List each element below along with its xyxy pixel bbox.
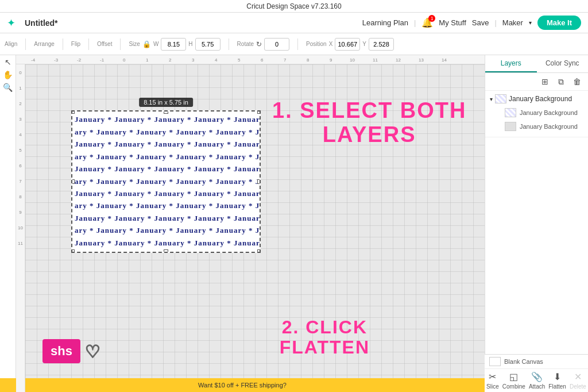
blank-canvas-swatch: [489, 357, 501, 366]
width-label: W: [153, 41, 158, 47]
add-layer-icon[interactable]: ⊞: [539, 75, 551, 88]
shs-badge: shs: [42, 339, 80, 363]
combine-label: Combine: [502, 383, 525, 390]
notification-icon[interactable]: 🔔 1: [421, 17, 433, 28]
size-tooltip: 8.15 in x 5.75 in: [139, 98, 193, 107]
position-group: Position X Y: [306, 38, 394, 51]
handle-bottom-left[interactable]: [71, 249, 75, 253]
toolbar-label-offset: Offset: [97, 41, 113, 47]
make-it-button[interactable]: Make It: [537, 16, 581, 30]
handle-bottom-middle[interactable]: [164, 249, 168, 253]
heart-icon: ♡: [85, 341, 100, 362]
layer-item-2-label: January Background: [520, 123, 578, 130]
layer-item-1-label: January Background: [520, 109, 578, 116]
position-x-input[interactable]: [335, 38, 360, 51]
handle-middle-right[interactable]: [257, 179, 261, 184]
tool-pan[interactable]: ✋: [3, 70, 13, 79]
handle-top-left[interactable]: [71, 110, 75, 114]
layer-group-label: January Background: [509, 95, 572, 103]
bottom-actions: ✂ Slice ◱ Combine 📎 Attach ⬇ Flatten ✕: [485, 368, 588, 392]
nav-divider-1: |: [414, 18, 416, 27]
my-stuff-link[interactable]: My Stuff: [439, 18, 466, 27]
position-y-input[interactable]: [369, 38, 394, 51]
promo-text: Want $10 off + FREE shipping?: [198, 382, 287, 389]
handle-top-right[interactable]: [257, 110, 261, 114]
delete-label: Delete: [570, 383, 586, 390]
layer-item-2[interactable]: January Background: [490, 120, 583, 133]
lock-icon[interactable]: 🔒: [142, 40, 151, 48]
attach-label: Attach: [529, 383, 545, 390]
delete-layer-icon[interactable]: 🗑: [571, 75, 583, 88]
title-bar: Cricut Design Space v7.23.160: [0, 0, 588, 13]
handle-bottom-right[interactable]: [257, 249, 261, 253]
canvas-grid[interactable]: 8.15 in x 5.75 in January * January * Ja…: [25, 64, 485, 392]
rotate-input[interactable]: [264, 38, 289, 51]
canvas-object-container: 8.15 in x 5.75 in January * January * Ja…: [71, 110, 261, 253]
toolbar: Align Arrange Flip Offset Size 🔒 W H Rot…: [0, 33, 588, 55]
january-row: ary * January * January * January * Janu…: [75, 226, 257, 236]
rotate-icon: ↻: [256, 40, 262, 48]
toolbar-label-flip: Flip: [71, 41, 80, 47]
chevron-down-icon: ▾: [490, 96, 493, 102]
promo-bar[interactable]: Want $10 off + FREE shipping?: [0, 378, 485, 392]
save-link[interactable]: Save: [472, 18, 489, 27]
layer-item-2-thumb: [505, 122, 516, 131]
combine-action[interactable]: ◱ Combine: [502, 371, 525, 390]
toolbar-label-arrange: Arrange: [34, 41, 55, 47]
toolbar-sep-6: [297, 39, 298, 50]
height-input[interactable]: [195, 38, 220, 51]
slice-label: Slice: [486, 383, 499, 390]
cricut-logo[interactable]: ✦: [7, 17, 16, 29]
size-group: Size 🔒 W H: [129, 38, 220, 51]
ruler-left: 0 1 2 3 4 5 6 7 8 9 10 11: [16, 64, 25, 392]
blank-canvas-label: Blank Canvas: [504, 358, 543, 365]
bottom-logo: shs ♡: [42, 339, 100, 363]
main-canvas[interactable]: -4 -3 -2 -1 0 1 2 3 4 5 6 7 8 9: [16, 55, 485, 392]
layer-group-header[interactable]: ▾ January Background: [490, 94, 583, 103]
january-row: January * January * January * January * …: [75, 115, 257, 125]
layer-group: ▾ January Background January Background …: [485, 91, 588, 137]
tool-select[interactable]: ↖: [5, 57, 11, 67]
slice-action[interactable]: ✂ Slice: [486, 371, 499, 390]
tab-layers[interactable]: Layers: [485, 55, 537, 72]
ruler-top: -4 -3 -2 -1 0 1 2 3 4 5 6 7 8 9: [16, 55, 485, 64]
blank-canvas-row: Blank Canvas: [485, 355, 588, 368]
january-row: January * January * January * January * …: [75, 140, 257, 149]
handle-top-middle[interactable]: [164, 110, 168, 114]
rotate-group: Rotate ↻: [237, 38, 289, 51]
layer-item-1-thumb: [505, 108, 516, 117]
toolbar-label-rotate: Rotate: [237, 41, 254, 47]
x-label: X: [329, 41, 333, 47]
right-panel-tabs: Layers Color Sync: [485, 55, 588, 73]
tab-color-sync[interactable]: Color Sync: [537, 55, 589, 72]
width-input[interactable]: [161, 38, 186, 51]
step1-instruction: 1. Select BothLayers: [272, 99, 466, 147]
maker-dropdown[interactable]: Maker: [502, 18, 523, 27]
january-row: ary * January * January * January * Janu…: [75, 128, 257, 137]
delete-icon: ✕: [574, 371, 582, 382]
flatten-label: Flatten: [548, 383, 566, 390]
canvas-object[interactable]: January * January * January * January * …: [71, 110, 261, 253]
height-label: H: [188, 41, 192, 47]
toolbar-sep-1: [25, 39, 26, 50]
main-nav: ✦ Untitled* Learning Plan | 🔔 1 My Stuff…: [0, 13, 588, 33]
flatten-action[interactable]: ⬇ Flatten: [548, 371, 566, 390]
toolbar-sep-2: [63, 39, 63, 50]
app-title: Untitled*: [25, 18, 58, 28]
attach-action[interactable]: 📎 Attach: [529, 371, 545, 390]
duplicate-layer-icon[interactable]: ⧉: [555, 75, 567, 88]
step2-instruction: 2. ClickFlatten: [280, 317, 370, 358]
january-row: ary * January * January * January * Janu…: [75, 152, 257, 162]
y-label: Y: [362, 41, 366, 47]
tool-zoom[interactable]: 🔍: [3, 83, 13, 92]
learning-plan-link[interactable]: Learning Plan: [362, 18, 408, 27]
handle-middle-left[interactable]: [71, 179, 75, 184]
layer-item-1[interactable]: January Background: [490, 106, 583, 120]
toolbar-label-position: Position: [306, 41, 327, 47]
chevron-down-icon[interactable]: ▾: [529, 20, 532, 26]
january-row: ary * January * January * January * Janu…: [75, 201, 257, 211]
toolbar-sep-5: [229, 39, 229, 50]
layer-group-thumb: [495, 94, 506, 103]
nav-divider-2: |: [494, 18, 496, 27]
toolbar-sep-4: [120, 39, 121, 50]
